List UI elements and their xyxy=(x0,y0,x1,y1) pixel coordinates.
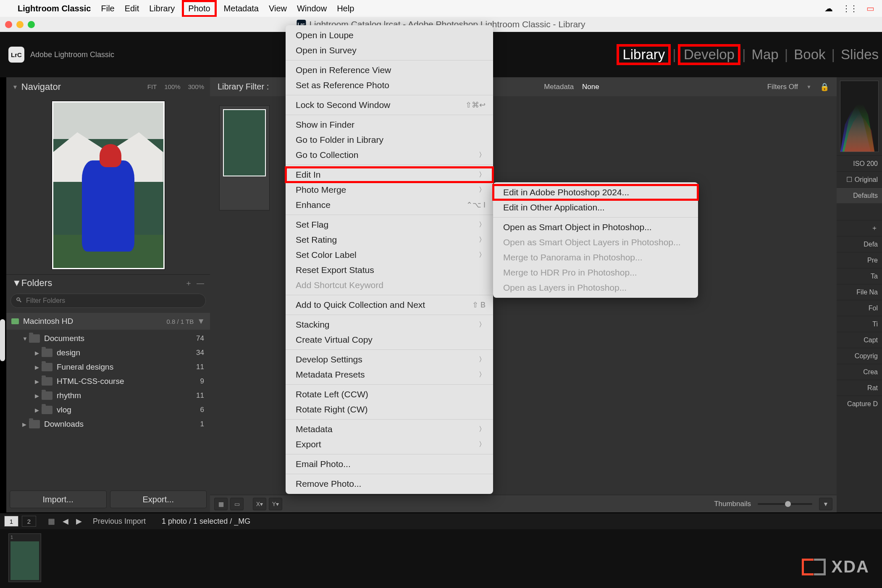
zoom-100[interactable]: 100% xyxy=(164,83,180,90)
menu-item[interactable]: Lock to Second Window⇧⌘↩ xyxy=(286,97,493,113)
menu-item[interactable]: Enhance⌃⌥ I xyxy=(286,197,493,213)
menu-metadata[interactable]: Metadata xyxy=(224,4,259,13)
metadata-field[interactable]: Ta xyxy=(837,268,882,284)
folder-row[interactable]: ▶HTML-CSS-course9 xyxy=(6,374,210,388)
nav-forward-icon[interactable]: ▶ xyxy=(76,517,82,526)
metadata-field[interactable]: Ti xyxy=(837,316,882,332)
grid-icon[interactable]: ▦ xyxy=(48,517,55,526)
filters-off-label[interactable]: Filters Off xyxy=(767,83,798,91)
module-library[interactable]: Library xyxy=(619,47,668,63)
cloud-sync-icon[interactable]: ☁︎ xyxy=(824,3,833,13)
menu-item[interactable]: Open in Survey xyxy=(286,43,493,58)
metadata-field[interactable]: Defa xyxy=(837,236,882,252)
folders-panel-header[interactable]: ▼ Folders ＋ — xyxy=(6,274,210,291)
menu-window[interactable]: Window xyxy=(297,4,327,13)
menu-item[interactable]: Go to Folder in Library xyxy=(286,132,493,147)
metadata-field[interactable]: File Na xyxy=(837,284,882,300)
menu-item[interactable]: Metadata〉 xyxy=(286,422,493,437)
metadata-field[interactable]: Capture D xyxy=(837,396,882,412)
loupe-view-button[interactable]: ▭ xyxy=(230,498,244,510)
defaults-button[interactable]: Defaults xyxy=(837,187,882,203)
menu-item[interactable]: Set Flag〉 xyxy=(286,217,493,232)
menu-photo[interactable]: Photo xyxy=(185,3,213,14)
window-zoom-button[interactable] xyxy=(28,21,35,28)
menu-item[interactable]: Stacking〉 xyxy=(286,317,493,332)
monitor-1-button[interactable]: 1 xyxy=(4,516,18,527)
grid-view-button[interactable]: ▦ xyxy=(214,498,228,510)
lock-icon[interactable]: 🔒 xyxy=(820,82,829,92)
menu-item[interactable]: Edit in Adobe Photoshop 2024... xyxy=(493,185,698,200)
module-slideshow[interactable]: Slides xyxy=(839,47,880,63)
menu-item[interactable]: Show in Finder xyxy=(286,117,493,132)
monitor-2-button[interactable]: 2 xyxy=(22,516,36,527)
folder-row[interactable]: ▶Funeral designs11 xyxy=(6,360,210,374)
filmstrip-thumb[interactable]: 1 xyxy=(8,533,41,582)
menu-item[interactable]: Develop Settings〉 xyxy=(286,352,493,367)
grid-cell[interactable] xyxy=(219,105,270,210)
menu-item[interactable]: Set Color Label〉 xyxy=(286,247,493,262)
menu-item[interactable]: Metadata Presets〉 xyxy=(286,367,493,382)
module-develop[interactable]: Develop xyxy=(680,47,738,63)
menu-item[interactable]: Set as Reference Photo xyxy=(286,78,493,93)
add-button[interactable]: ＋ xyxy=(837,220,882,236)
status-dots-icon[interactable]: ⋮⋮ xyxy=(842,3,857,13)
zoom-300[interactable]: 300% xyxy=(188,83,204,90)
menu-help[interactable]: Help xyxy=(337,4,354,13)
add-folder-icon[interactable]: ＋ — xyxy=(185,278,204,288)
menu-library[interactable]: Library xyxy=(149,4,175,13)
module-map[interactable]: Map xyxy=(750,47,780,63)
menu-item[interactable]: Open as Smart Object in Photoshop... xyxy=(493,220,698,235)
menu-item[interactable]: Export〉 xyxy=(286,437,493,452)
folder-row[interactable]: ▶Downloads1 xyxy=(6,417,210,431)
zoom-fit[interactable]: FIT xyxy=(147,83,157,90)
menu-item[interactable]: Create Virtual Copy xyxy=(286,332,493,347)
folder-row[interactable]: ▶design34 xyxy=(6,346,210,360)
filmstrip-source[interactable]: Previous Import xyxy=(93,517,146,526)
sort-y-button[interactable]: Y▾ xyxy=(269,498,282,510)
folder-row[interactable]: ▶vlog6 xyxy=(6,403,210,417)
menu-item[interactable]: Edit In〉 xyxy=(286,167,493,182)
module-book[interactable]: Book xyxy=(792,47,827,63)
menu-item[interactable]: Photo Merge〉 xyxy=(286,182,493,197)
metadata-field[interactable]: Pre xyxy=(837,252,882,268)
import-button[interactable]: Import... xyxy=(10,491,107,508)
folder-row[interactable]: ▼Documents74 xyxy=(6,331,210,346)
metadata-field[interactable]: Rat xyxy=(837,380,882,396)
volume-row[interactable]: Macintosh HD 0.8 / 1 TB ▼ xyxy=(6,313,210,330)
navigator-preview[interactable] xyxy=(6,96,210,274)
menu-item[interactable]: Reset Export Status xyxy=(286,262,493,278)
menu-item[interactable]: Rotate Right (CW) xyxy=(286,402,493,417)
histogram[interactable] xyxy=(840,81,879,152)
chevron-down-icon[interactable]: ▼ xyxy=(806,84,811,90)
nav-back-icon[interactable]: ◀ xyxy=(63,517,68,526)
menu-item[interactable]: Set Rating〉 xyxy=(286,232,493,247)
menu-item[interactable]: Go to Collection〉 xyxy=(286,147,493,163)
window-close-button[interactable] xyxy=(5,21,12,28)
folder-row[interactable]: ▶rhythm11 xyxy=(6,388,210,403)
menu-item[interactable]: Edit in Other Application... xyxy=(493,200,698,215)
navigator-header[interactable]: ▼ Navigator FIT 100% 300% xyxy=(6,77,210,96)
menu-item[interactable]: Add to Quick Collection and Next⇧ B xyxy=(286,297,493,312)
menu-item[interactable]: Rotate Left (CCW) xyxy=(286,387,493,402)
menu-view[interactable]: View xyxy=(269,4,287,13)
metadata-field[interactable]: Capt xyxy=(837,332,882,348)
metadata-field[interactable]: Fol xyxy=(837,300,882,316)
menubar-app-name[interactable]: Lightroom Classic xyxy=(18,4,91,13)
metadata-field[interactable]: Copyrig xyxy=(837,348,882,364)
export-button[interactable]: Export... xyxy=(110,491,207,508)
thumbnail-size-slider[interactable] xyxy=(758,503,812,505)
window-minimize-button[interactable] xyxy=(16,21,24,28)
filter-folders-input[interactable] xyxy=(10,294,206,308)
menu-item[interactable]: Open in Loupe xyxy=(286,28,493,43)
filter-metadata[interactable]: Metadata xyxy=(544,83,574,91)
metadata-field[interactable]: Crea xyxy=(837,364,882,380)
menu-item[interactable]: Email Photo... xyxy=(286,457,493,472)
filter-none[interactable]: None xyxy=(582,83,599,91)
sort-x-button[interactable]: X▾ xyxy=(253,498,266,510)
menu-edit[interactable]: Edit xyxy=(125,4,139,13)
menu-item[interactable]: Open in Reference View xyxy=(286,63,493,78)
menu-file[interactable]: File xyxy=(101,4,114,13)
toolbar-menu-button[interactable]: ▼ xyxy=(819,498,832,510)
scrollbar-thumb[interactable] xyxy=(0,319,5,361)
menu-item[interactable]: Remove Photo... xyxy=(286,476,493,491)
